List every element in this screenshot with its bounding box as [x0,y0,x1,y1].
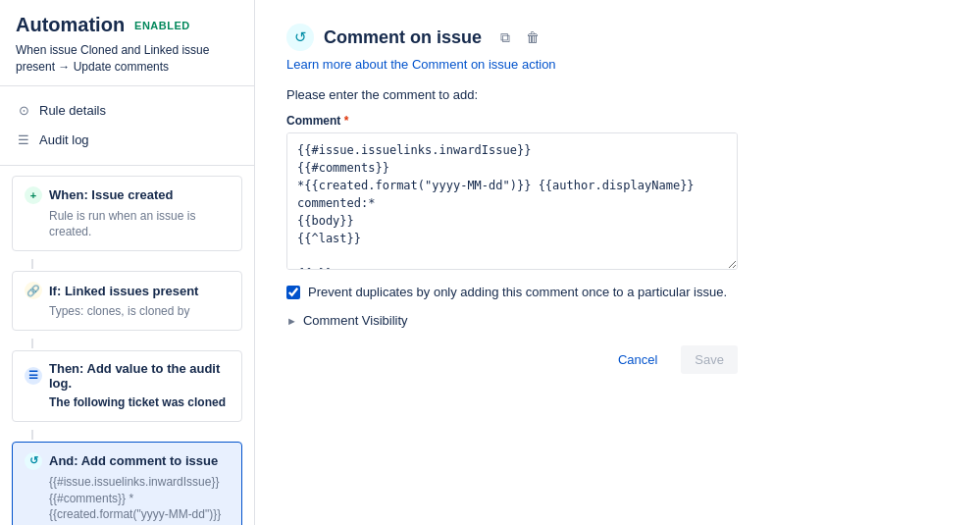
prevent-duplicates-label: Prevent duplicates by only adding this c… [308,285,727,299]
cancel-button[interactable]: Cancel [604,345,671,374]
component-when-desc: Rule is run when an issue is created. [49,208,230,241]
save-button[interactable]: Save [681,345,738,374]
component-and[interactable]: ↺ And: Add comment to issue {{#issue.iss… [12,442,242,525]
status-badge: ENABLED [134,20,190,31]
required-indicator: * [340,114,348,128]
comment-visibility-label: Comment Visibility [303,313,408,328]
comment-field-label: Comment * [286,114,949,128]
nav-list: ⊙ Rule details ☰ Audit log [0,86,254,166]
action-toolbar: ⧉ 🗑 [495,26,544,49]
sidebar-item-rule-details[interactable]: ⊙ Rule details [0,96,254,126]
action-icon: ↺ [286,24,314,51]
app-title: Automation [16,14,125,36]
component-and-desc: {{#issue.issuelinks.inwardIssue}} {{#com… [49,474,230,525]
when-icon: + [25,186,42,204]
instruction-text: Please enter the comment to add: [286,87,949,102]
rule-details-icon: ⊙ [16,103,31,119]
then-icon: ☰ [25,367,42,385]
learn-more-link[interactable]: Learn more about the Comment on issue ac… [286,57,949,72]
connector [31,339,33,348]
left-panel: Automation ENABLED When issue Cloned and… [0,0,255,525]
delete-button[interactable]: 🗑 [521,26,544,49]
components-list: + When: Issue created Rule is run when a… [0,166,254,525]
component-if[interactable]: 🔗 If: Linked issues present Types: clone… [12,271,242,331]
action-header: ↺ Comment on issue ⧉ 🗑 [286,24,949,51]
component-if-title: If: Linked issues present [49,284,198,298]
sidebar-item-label: Audit log [39,132,89,147]
connector [31,259,33,269]
component-then-bold: The following ticket was cloned [49,395,226,409]
audit-log-icon: ☰ [16,132,31,148]
component-when-title: When: Issue created [49,187,173,202]
sidebar-item-audit-log[interactable]: ☰ Audit log [0,126,254,155]
component-then-desc: The following ticket was cloned [49,394,230,411]
chevron-right-icon: ► [286,315,297,327]
action-title: Comment on issue [324,27,482,48]
comment-textarea[interactable]: {{#issue.issuelinks.inwardIssue}} {{#com… [286,132,738,270]
component-when[interactable]: + When: Issue created Rule is run when a… [12,176,242,252]
and-icon: ↺ [25,452,42,470]
prevent-duplicates-row: Prevent duplicates by only adding this c… [286,285,949,299]
component-then-title: Then: Add value to the audit log. [49,361,230,391]
component-then[interactable]: ☰ Then: Add value to the audit log. The … [12,350,242,422]
sidebar-item-label: Rule details [39,103,106,118]
prevent-duplicates-checkbox[interactable] [286,286,300,299]
action-buttons: Cancel Save [286,345,738,374]
connector [31,430,33,440]
component-and-title: And: Add comment to issue [49,453,218,468]
comment-visibility-toggle[interactable]: ► Comment Visibility [286,313,949,328]
rule-name: When issue Cloned and Linked issue prese… [16,42,238,76]
right-panel: ↺ Comment on issue ⧉ 🗑 Learn more about … [255,0,980,525]
copy-button[interactable]: ⧉ [495,26,515,49]
header: Automation ENABLED When issue Cloned and… [0,0,254,86]
component-if-desc: Types: clones, is cloned by [49,303,230,320]
if-icon: 🔗 [25,282,42,299]
